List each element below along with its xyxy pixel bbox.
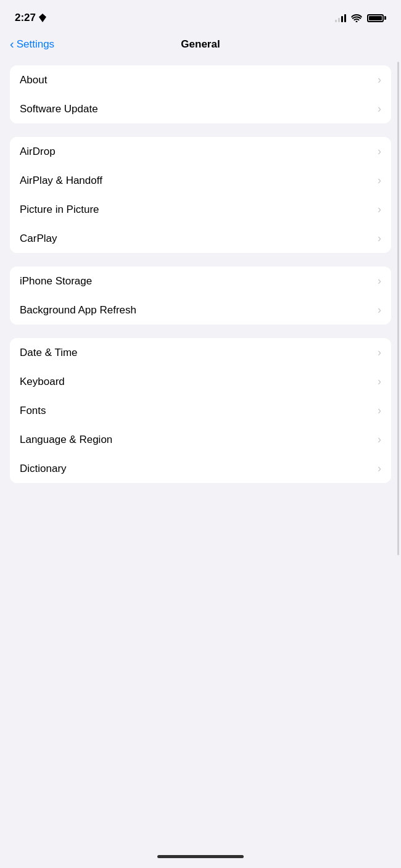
row-label-software-update: Software Update	[20, 103, 98, 115]
chevron-right-icon: ›	[378, 232, 381, 245]
row-label-carplay: CarPlay	[20, 233, 57, 245]
settings-group-group-1: About›Software Update›	[10, 65, 391, 123]
settings-row-language-region[interactable]: Language & Region›	[10, 425, 391, 454]
chevron-right-icon: ›	[378, 73, 381, 86]
chevron-right-icon: ›	[378, 433, 381, 446]
chevron-right-icon: ›	[378, 462, 381, 475]
row-label-iphone-storage: iPhone Storage	[20, 275, 92, 287]
row-label-keyboard: Keyboard	[20, 376, 65, 388]
row-label-date-time: Date & Time	[20, 347, 78, 359]
settings-row-background-app-refresh[interactable]: Background App Refresh›	[10, 296, 391, 324]
row-label-fonts: Fonts	[20, 405, 46, 417]
status-bar: 2:27	[0, 0, 401, 33]
chevron-right-icon: ›	[378, 145, 381, 158]
settings-row-date-time[interactable]: Date & Time›	[10, 338, 391, 367]
row-label-airdrop: AirDrop	[20, 146, 56, 158]
settings-row-keyboard[interactable]: Keyboard›	[10, 367, 391, 396]
settings-group-group-4: Date & Time›Keyboard›Fonts›Language & Re…	[10, 338, 391, 483]
wifi-icon	[351, 14, 362, 22]
chevron-right-icon: ›	[378, 346, 381, 359]
settings-row-carplay[interactable]: CarPlay›	[10, 224, 391, 253]
settings-row-dictionary[interactable]: Dictionary›	[10, 454, 391, 483]
back-label: Settings	[17, 38, 54, 51]
chevron-right-icon: ›	[378, 404, 381, 417]
chevron-right-icon: ›	[378, 203, 381, 216]
settings-row-picture-in-picture[interactable]: Picture in Picture›	[10, 195, 391, 224]
settings-group-group-2: AirDrop›AirPlay & Handoff›Picture in Pic…	[10, 137, 391, 253]
settings-row-iphone-storage[interactable]: iPhone Storage›	[10, 267, 391, 296]
scrollbar[interactable]	[397, 62, 399, 555]
chevron-right-icon: ›	[378, 174, 381, 187]
chevron-right-icon: ›	[378, 304, 381, 316]
status-icons	[335, 14, 386, 22]
home-indicator	[157, 855, 244, 858]
row-label-picture-in-picture: Picture in Picture	[20, 204, 99, 216]
status-time: 2:27	[15, 12, 46, 24]
row-label-about: About	[20, 74, 47, 86]
back-chevron-icon: ‹	[10, 37, 14, 51]
back-button[interactable]: ‹ Settings	[10, 38, 54, 51]
settings-row-airplay-handoff[interactable]: AirPlay & Handoff›	[10, 166, 391, 195]
signal-icon	[335, 14, 346, 22]
row-label-dictionary: Dictionary	[20, 463, 67, 475]
battery-icon	[367, 14, 386, 22]
page-title: General	[181, 38, 220, 51]
settings-content: About›Software Update›AirDrop›AirPlay & …	[0, 60, 401, 502]
settings-row-about[interactable]: About›	[10, 65, 391, 94]
chevron-right-icon: ›	[378, 375, 381, 388]
settings-row-airdrop[interactable]: AirDrop›	[10, 137, 391, 166]
settings-row-software-update[interactable]: Software Update›	[10, 94, 391, 123]
chevron-right-icon: ›	[378, 102, 381, 115]
settings-row-fonts[interactable]: Fonts›	[10, 396, 391, 425]
settings-group-group-3: iPhone Storage›Background App Refresh›	[10, 267, 391, 324]
row-label-airplay-handoff: AirPlay & Handoff	[20, 175, 102, 187]
row-label-background-app-refresh: Background App Refresh	[20, 304, 136, 316]
chevron-right-icon: ›	[378, 275, 381, 287]
location-icon	[39, 14, 46, 22]
nav-header: ‹ Settings General	[0, 33, 401, 60]
row-label-language-region: Language & Region	[20, 434, 112, 446]
